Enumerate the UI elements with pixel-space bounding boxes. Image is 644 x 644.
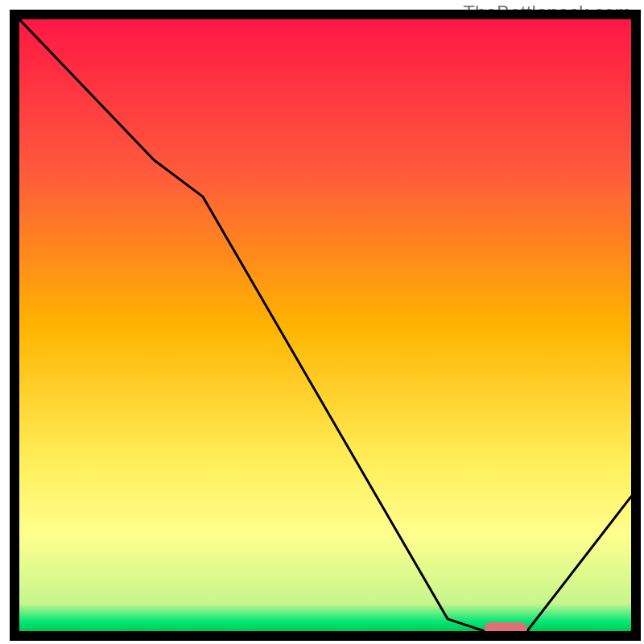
gradient-background xyxy=(19,19,631,631)
optimal-marker xyxy=(485,622,527,631)
plot-area xyxy=(19,19,631,631)
plot-svg xyxy=(19,19,631,631)
